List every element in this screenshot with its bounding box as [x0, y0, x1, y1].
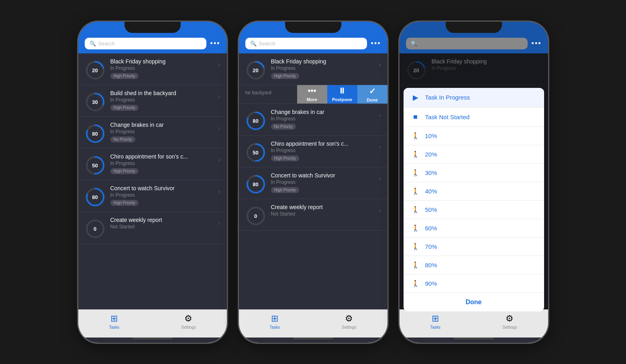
label-40: 40%	[425, 188, 437, 195]
chevron-icon-3: ›	[218, 125, 220, 131]
chevron-icon-4: ›	[218, 157, 220, 163]
task-item-p2-3[interactable]: 80 Change brakes in car In Progress No P…	[239, 104, 387, 136]
label-70: 70%	[425, 243, 437, 250]
more-label: More	[307, 97, 317, 102]
label-90: 90%	[425, 280, 437, 287]
more-icon: •••	[308, 86, 316, 96]
search-icon-1: 🔍	[90, 41, 96, 47]
postpone-button[interactable]: ⏸ Postpone	[327, 85, 357, 104]
task-content-4: Chiro appointment for son's c... In Prog…	[110, 153, 214, 174]
task-item-p3-1: 20 Black Friday shopping In Progress	[400, 53, 548, 85]
tasks-label-2: Tasks	[270, 325, 280, 329]
settings-icon-2: ⚙	[345, 313, 353, 324]
search-placeholder-1: Search	[98, 41, 115, 47]
chevron-icon-p2-3: ›	[379, 112, 381, 118]
label-50: 50%	[425, 206, 437, 213]
nav-tasks-3[interactable]: ⊞ Tasks	[430, 313, 441, 329]
task-list-2: 20 Black Friday shopping In Progress Hig…	[239, 53, 387, 309]
search-icon-2: 🔍	[250, 41, 257, 47]
chevron-icon-p2-5: ›	[379, 175, 381, 182]
search-box-3[interactable]: 🔍	[406, 38, 528, 49]
task-content-p2-3: Change brakes in car In Progress No Prio…	[271, 109, 374, 130]
picker-item-90[interactable]: 🚶 90%	[404, 275, 544, 293]
picker-item-10[interactable]: 🚶 10%	[404, 127, 544, 145]
walk-40-icon: 🚶	[411, 187, 420, 195]
swipe-buttons: ••• More ⏸ Postpone ✓ Done	[297, 85, 387, 104]
chevron-icon-p2-6: ›	[379, 207, 381, 214]
label-80: 80%	[425, 262, 437, 268]
picker-item-20[interactable]: 🚶 20%	[404, 145, 544, 164]
progress-circle-4: 50	[85, 155, 106, 176]
task-item-p2-1[interactable]: 20 Black Friday shopping In Progress Hig…	[239, 53, 387, 85]
picker-done-button[interactable]: Done	[404, 293, 544, 311]
chevron-icon-p2-1: ›	[379, 61, 381, 68]
phone-2: 🔍 Search ••• 20 Black Friday shopping In…	[239, 22, 387, 343]
nav-tasks-1[interactable]: ⊞ Tasks	[109, 313, 120, 329]
task-item-p2-2-swiped[interactable]: he backyard › ••• More ⏸ Postpone ✓ Do	[239, 85, 387, 104]
nav-tasks-2[interactable]: ⊞ Tasks	[270, 313, 280, 329]
walk-90-icon: 🚶	[411, 280, 420, 287]
postpone-icon: ⏸	[338, 86, 346, 96]
task-item-2[interactable]: 30 Build shed in the backyard In Progres…	[78, 85, 227, 117]
home-indicator-3	[454, 338, 494, 340]
walk-60-icon: 🚶	[411, 224, 420, 232]
task-content-5: Concert to watch Survivor In Progress Hi…	[110, 185, 214, 206]
chevron-icon-1: ›	[218, 61, 220, 68]
task-item-p2-6[interactable]: 0 Create weekly report Not Started ›	[239, 199, 387, 231]
bottom-nav-2: ⊞ Tasks ⚙ Settings	[239, 309, 387, 338]
task-content-p2-6: Create weekly report Not Started	[271, 204, 374, 217]
task-item-p2-5[interactable]: 80 Concert to watch Survivor In Progress…	[239, 167, 387, 199]
label-30: 30%	[425, 169, 437, 176]
search-box-1[interactable]: 🔍 Search	[85, 38, 206, 49]
dots-menu-3[interactable]: •••	[532, 39, 542, 48]
picker-item-50[interactable]: 🚶 50%	[404, 201, 544, 219]
bottom-nav-3: ⊞ Tasks ⚙ Settings	[400, 309, 548, 338]
chevron-icon-2: ›	[218, 93, 220, 100]
nav-settings-1[interactable]: ⚙ Settings	[181, 313, 196, 329]
task-item-3[interactable]: 80 Change brakes in car In Progress No P…	[78, 117, 227, 148]
picker-item-in-progress[interactable]: ▶ Task In Progress	[404, 88, 544, 108]
task-item-6[interactable]: 0 Create weekly report Not Started ›	[78, 212, 227, 244]
dots-menu-2[interactable]: •••	[371, 39, 381, 48]
phone-1: 🔍 Search ••• 20 Black Friday shopping In…	[78, 22, 227, 343]
walk-10-icon: 🚶	[411, 132, 420, 140]
done-button[interactable]: ✓ Done	[357, 85, 387, 104]
picker-item-30[interactable]: 🚶 30%	[404, 164, 544, 182]
label-60: 60%	[425, 225, 437, 232]
settings-label-3: Settings	[502, 325, 517, 329]
task-item-p2-4[interactable]: 50 Chiro appointment for son's c... In P…	[239, 136, 387, 167]
progress-circle-p2-5: 80	[245, 174, 266, 195]
nav-settings-3[interactable]: ⚙ Settings	[502, 313, 517, 329]
task-content-p2-4: Chiro appointment for son's c... In Prog…	[271, 140, 374, 161]
nav-settings-2[interactable]: ⚙ Settings	[342, 313, 356, 329]
picker-item-60[interactable]: 🚶 60%	[404, 219, 544, 238]
picker-item-70[interactable]: 🚶 70%	[404, 238, 544, 256]
task-content-2: Build shed in the backyard In Progress H…	[110, 90, 214, 111]
in-progress-label: Task In Progress	[425, 94, 470, 101]
progress-circle-p2-3: 80	[245, 110, 266, 131]
progress-circle-6: 0	[85, 218, 106, 239]
task-content-6: Create weekly report Not Started	[110, 217, 214, 230]
progress-circle-5: 80	[85, 187, 106, 207]
picker-item-80[interactable]: 🚶 80%	[404, 256, 544, 275]
done-label: Done	[367, 98, 378, 102]
dots-menu-1[interactable]: •••	[210, 39, 220, 48]
picker-item-40[interactable]: 🚶 40%	[404, 182, 544, 201]
task-content-p2-1: Black Friday shopping In Progress High P…	[271, 58, 374, 79]
chevron-icon-6: ›	[218, 220, 220, 226]
postpone-label: Postpone	[332, 97, 352, 102]
search-box-2[interactable]: 🔍 Search	[245, 38, 367, 49]
walk-20-icon: 🚶	[411, 150, 420, 158]
walk-30-icon: 🚶	[411, 169, 420, 177]
bottom-nav-1: ⊞ Tasks ⚙ Settings	[78, 309, 227, 338]
label-20: 20%	[425, 151, 437, 158]
tasks-label-3: Tasks	[430, 325, 441, 329]
task-item-5[interactable]: 80 Concert to watch Survivor In Progress…	[78, 180, 227, 212]
task-item-4[interactable]: 50 Chiro appointment for son's c... In P…	[78, 148, 227, 180]
home-indicator-1	[133, 338, 173, 340]
settings-icon-3: ⚙	[506, 313, 514, 324]
task-item-1[interactable]: 20 Black Friday shopping In Progress Hig…	[78, 53, 227, 85]
more-button[interactable]: ••• More	[297, 85, 327, 104]
picker-item-not-started[interactable]: ■ Task Not Started	[404, 108, 544, 127]
chevron-icon-p2-4: ›	[379, 144, 381, 150]
